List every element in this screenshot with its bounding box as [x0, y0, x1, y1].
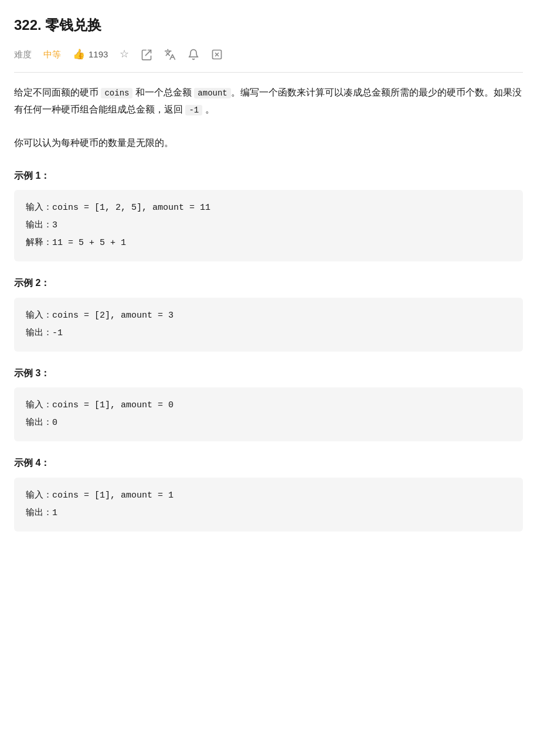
amount-code: amount [194, 88, 230, 98]
example-1-explanation: 解释：11 = 5 + 5 + 1 [26, 234, 511, 252]
example-2-input: 输入：coins = [2], amount = 3 [26, 307, 511, 325]
difficulty-label: 难度 [14, 47, 32, 62]
examples-container: 示例 1： 输入：coins = [1, 2, 5], amount = 11 … [14, 168, 523, 532]
example-4-input: 输入：coins = [1], amount = 1 [26, 487, 511, 505]
description: 给定不同面额的硬币 coins 和一个总金额 amount。编写一个函数来计算可… [14, 84, 523, 118]
example-1-title: 示例 1： [14, 168, 523, 183]
like-icon: 👍 [73, 46, 85, 62]
example-1-block: 输入：coins = [1, 2, 5], amount = 11 输出：3 解… [14, 190, 523, 261]
coins-code: coins [101, 88, 132, 98]
example-3-input: 输入：coins = [1], amount = 0 [26, 397, 511, 414]
share-button[interactable] [141, 49, 152, 60]
example-3-output: 输出：0 [26, 414, 511, 432]
example-2-block: 输入：coins = [2], amount = 3 输出：-1 [14, 298, 523, 352]
like-group[interactable]: 👍 1193 [73, 46, 108, 62]
like-count: 1193 [89, 47, 108, 62]
example-4-title: 示例 4： [14, 455, 523, 471]
bell-button[interactable] [188, 49, 199, 60]
minus-one-code: -1 [185, 105, 202, 115]
meta-row: 难度 中等 👍 1193 ☆ [14, 46, 523, 73]
star-button[interactable]: ☆ [120, 46, 129, 63]
flag-button[interactable] [211, 49, 223, 60]
page-title: 322. 零钱兑换 [14, 14, 523, 36]
example-2-output: 输出：-1 [26, 325, 511, 342]
example-1-input: 输入：coins = [1, 2, 5], amount = 11 [26, 199, 511, 217]
example-4-block: 输入：coins = [1], amount = 1 输出：1 [14, 478, 523, 532]
difficulty-value: 中等 [43, 47, 61, 62]
translate-button[interactable] [164, 49, 176, 60]
example-4-output: 输出：1 [26, 505, 511, 522]
example-2-title: 示例 2： [14, 275, 523, 291]
example-1-output: 输出：3 [26, 217, 511, 234]
example-3-block: 输入：coins = [1], amount = 0 输出：0 [14, 387, 523, 441]
example-3-title: 示例 3： [14, 366, 523, 381]
note-text: 你可以认为每种硬币的数量是无限的。 [14, 135, 523, 152]
